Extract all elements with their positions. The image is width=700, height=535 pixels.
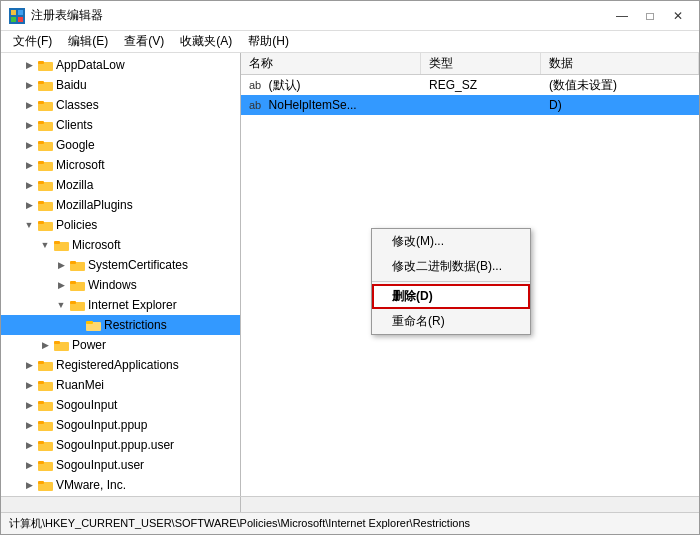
tree-item-registered-apps[interactable]: RegisteredApplications — [1, 355, 240, 375]
expand-arrow[interactable] — [21, 217, 37, 233]
folder-icon — [37, 158, 53, 172]
folder-icon — [37, 98, 53, 112]
expand-arrow[interactable] — [21, 177, 37, 193]
title-controls: — □ ✕ — [609, 6, 691, 26]
tree-item-sogou-ppup[interactable]: SogouInput.ppup — [1, 415, 240, 435]
tree-item-sogou-user[interactable]: SogouInput.user — [1, 455, 240, 475]
expand-arrow[interactable] — [21, 357, 37, 373]
expand-arrow[interactable] — [21, 377, 37, 393]
table-header: 名称 类型 数据 — [241, 53, 699, 75]
tree-item-windows[interactable]: Windows — [1, 275, 240, 295]
col-header-data[interactable]: 数据 — [541, 53, 699, 74]
menu-edit[interactable]: 编辑(E) — [60, 31, 116, 52]
tree-label: VMware, Inc. — [56, 478, 126, 492]
folder-icon — [37, 438, 53, 452]
svg-rect-9 — [38, 101, 44, 104]
expand-arrow[interactable] — [21, 97, 37, 113]
tree-hscroll[interactable] — [1, 497, 241, 512]
tree-label: MozillaPlugins — [56, 198, 133, 212]
tree-item-baidu[interactable]: Baidu — [1, 75, 240, 95]
tree-item-classes[interactable]: Classes — [1, 95, 240, 115]
menu-view[interactable]: 查看(V) — [116, 31, 172, 52]
tree-item-policies-microsoft[interactable]: Microsoft — [1, 235, 240, 255]
folder-icon — [37, 138, 53, 152]
folder-icon — [37, 118, 53, 132]
folder-icon — [37, 78, 53, 92]
svg-rect-21 — [38, 221, 44, 224]
cell-name: ab (默认) — [241, 77, 421, 94]
expand-arrow[interactable] — [37, 237, 53, 253]
expand-arrow[interactable] — [53, 257, 69, 273]
tree-item-ie[interactable]: Internet Explorer — [1, 295, 240, 315]
tree-item-sogou-ppup-user[interactable]: SogouInput.ppup.user — [1, 435, 240, 455]
expand-arrow[interactable] — [53, 297, 69, 313]
tree-label: Internet Explorer — [88, 298, 177, 312]
table-row[interactable]: ab (默认) REG_SZ (数值未设置) — [241, 75, 699, 95]
close-button[interactable]: ✕ — [665, 6, 691, 26]
tree-item-microsoft-top[interactable]: Microsoft — [1, 155, 240, 175]
svg-rect-23 — [54, 241, 60, 244]
col-header-name[interactable]: 名称 — [241, 53, 421, 74]
svg-rect-1 — [18, 10, 23, 15]
tree-item-vmware[interactable]: VMware, Inc. — [1, 475, 240, 495]
expand-arrow[interactable] — [21, 437, 37, 453]
svg-rect-2 — [11, 17, 16, 22]
menu-favorites[interactable]: 收藏夹(A) — [172, 31, 240, 52]
svg-rect-11 — [38, 121, 44, 124]
tree-item-sogou[interactable]: SogouInput — [1, 395, 240, 415]
expand-arrow[interactable] — [21, 477, 37, 493]
expand-arrow[interactable] — [21, 417, 37, 433]
svg-rect-7 — [38, 81, 44, 84]
expand-arrow[interactable] — [21, 157, 37, 173]
tree-item-mozilla-plugins[interactable]: MozillaPlugins — [1, 195, 240, 215]
tree-item-google[interactable]: Google — [1, 135, 240, 155]
tree-item-ruanmei[interactable]: RuanMei — [1, 375, 240, 395]
expand-arrow[interactable] — [21, 197, 37, 213]
folder-icon — [53, 238, 69, 252]
svg-rect-17 — [38, 181, 44, 184]
expand-arrow[interactable] — [21, 137, 37, 153]
tree-label: Baidu — [56, 78, 87, 92]
expand-arrow[interactable] — [21, 57, 37, 73]
folder-icon — [37, 398, 53, 412]
expand-arrow[interactable] — [21, 397, 37, 413]
ctx-modify-binary[interactable]: 修改二进制数据(B)... — [372, 254, 530, 279]
tree-item-policies[interactable]: Policies — [1, 215, 240, 235]
tree-item-appdata-low[interactable]: AppDataLow — [1, 55, 240, 75]
tree-label: AppDataLow — [56, 58, 125, 72]
cell-name-text: NoHelpItemSe... — [269, 98, 357, 112]
ctx-delete[interactable]: 删除(D) — [372, 284, 530, 309]
expand-arrow[interactable] — [53, 277, 69, 293]
expand-arrow[interactable] — [21, 457, 37, 473]
expand-arrow[interactable] — [21, 117, 37, 133]
svg-rect-47 — [38, 481, 44, 484]
svg-rect-45 — [38, 461, 44, 464]
registry-editor-window: 注册表编辑器 — □ ✕ 文件(F) 编辑(E) 查看(V) 收藏夹(A) 帮助… — [0, 0, 700, 535]
svg-rect-31 — [86, 321, 93, 324]
col-header-type[interactable]: 类型 — [421, 53, 541, 74]
tree-label: SogouInput.ppup — [56, 418, 147, 432]
minimize-button[interactable]: — — [609, 6, 635, 26]
tree-label: SogouInput.ppup.user — [56, 438, 174, 452]
table-row-selected[interactable]: ab NoHelpItemSe... D) — [241, 95, 699, 115]
svg-rect-39 — [38, 401, 44, 404]
expand-arrow[interactable] — [37, 337, 53, 353]
context-menu: 修改(M)... 修改二进制数据(B)... 删除(D) 重命名(R) — [371, 228, 531, 335]
tree-item-restrictions[interactable]: Restrictions — [1, 315, 240, 335]
expand-arrow[interactable] — [21, 77, 37, 93]
ctx-rename[interactable]: 重命名(R) — [372, 309, 530, 334]
cell-data: (数值未设置) — [541, 77, 699, 94]
menu-file[interactable]: 文件(F) — [5, 31, 60, 52]
folder-icon — [37, 418, 53, 432]
tree-item-system-certs[interactable]: SystemCertificates — [1, 255, 240, 275]
tree-item-clients[interactable]: Clients — [1, 115, 240, 135]
tree-item-power[interactable]: Power — [1, 335, 240, 355]
right-hscroll[interactable] — [241, 497, 699, 512]
folder-icon — [37, 458, 53, 472]
menu-help[interactable]: 帮助(H) — [240, 31, 297, 52]
tree-label: Windows — [88, 278, 137, 292]
ctx-modify[interactable]: 修改(M)... — [372, 229, 530, 254]
folder-icon — [69, 298, 85, 312]
tree-item-mozilla[interactable]: Mozilla — [1, 175, 240, 195]
maximize-button[interactable]: □ — [637, 6, 663, 26]
